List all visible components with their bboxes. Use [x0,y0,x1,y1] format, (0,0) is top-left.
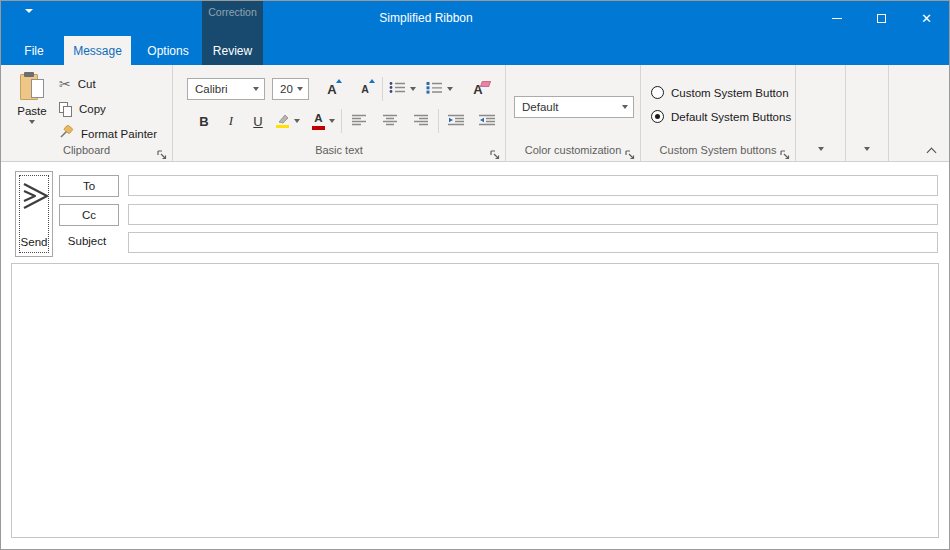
chevron-down-icon [818,147,824,151]
custom-system-buttons-group-label: Custom System buttons [641,144,795,159]
close-button[interactable]: ✕ [904,1,949,36]
customize-quick-access-toolbar-icon[interactable] [25,13,37,31]
ribbon-tab-bar: File Message Options [1,36,949,65]
paste-label: Paste [17,105,46,117]
increase-indent-button[interactable] [476,109,498,133]
ribbon-right-area [889,65,949,161]
color-theme-combobox[interactable]: Default [514,96,634,118]
bold-button[interactable]: B [193,109,215,133]
font-color-button[interactable]: A [312,109,335,133]
titlebar: Simplified Ribbon ✕ [1,1,949,36]
clear-formatting-button[interactable]: A [467,77,489,101]
collapse-ribbon-button[interactable] [928,146,937,155]
collapsed-group-dropdown[interactable] [846,147,888,151]
decrease-indent-button[interactable] [445,109,467,133]
align-right-icon [414,112,429,130]
close-icon: ✕ [921,11,932,26]
font-name-combobox[interactable]: Calibri [187,78,265,100]
copy-icon [59,102,72,117]
chevron-down-icon [410,87,416,91]
cut-button[interactable]: ✂ Cut [59,75,96,93]
font-size-combobox[interactable]: 20 [272,78,309,100]
chevron-down-icon [622,105,628,109]
chevron-down-icon [447,87,453,91]
chevron-down-icon [253,87,259,91]
copy-button[interactable]: Copy [59,100,106,118]
grow-font-button[interactable]: A [321,77,343,101]
to-button[interactable]: To [59,175,119,197]
custom-system-buttons-dialog-launcher[interactable] [780,147,791,158]
tab-options[interactable]: Options [136,36,200,65]
numbering-button[interactable] [426,77,453,101]
window-controls: ✕ [814,1,949,36]
default-system-buttons-radio[interactable]: Default System Buttons [651,110,791,123]
chevron-down-icon [864,147,870,151]
shrink-font-icon: A [361,83,369,96]
subject-input[interactable] [128,232,938,253]
correction-overlay: Correction Review [202,1,263,65]
format-painter-button[interactable]: Format Painter [59,125,157,143]
collapsed-group [846,65,889,161]
collapsed-group [796,65,846,161]
chevron-down-icon [297,87,303,91]
maximize-button[interactable] [859,1,904,36]
send-button[interactable]: Send [15,171,53,257]
collapsed-group-dropdown[interactable] [796,147,845,151]
custom-system-button-radio[interactable]: Custom System Button [651,86,789,99]
highlighter-icon [275,114,290,129]
align-right-button[interactable] [410,109,432,133]
minimize-button[interactable] [814,1,859,36]
bullet-list-icon [389,80,406,98]
minimize-icon [832,18,842,19]
decrease-indent-icon [448,112,465,130]
grow-font-icon: A [327,83,336,96]
tab-review[interactable]: Review [202,44,263,58]
color-customization-group-label: Color customization [506,144,640,159]
cc-button[interactable]: Cc [59,204,119,226]
paste-button[interactable]: Paste [9,73,55,143]
chevron-down-icon [329,119,335,123]
cut-icon: ✂ [59,77,71,91]
align-left-button[interactable] [348,109,370,133]
font-color-icon: A [312,112,325,130]
clipboard-group-label: Clipboard [1,144,172,159]
paste-dropdown-icon [29,120,35,124]
compose-header: Send To Cc Subject [1,163,949,263]
message-body-input[interactable] [11,263,939,538]
chevron-down-icon [294,119,300,123]
radio-checked-icon [651,110,664,123]
basic-text-group-label: Basic text [173,144,505,159]
underline-button[interactable]: U [247,109,269,133]
align-center-button[interactable] [379,109,401,133]
text-highlight-button[interactable] [275,109,300,133]
ribbon: Paste ✂ Cut Copy Format Painter Clipboar… [1,65,949,162]
color-customization-dialog-launcher[interactable] [625,147,636,158]
correction-label: Correction [202,6,263,18]
custom-system-buttons-group: Custom System Button Default System Butt… [641,65,796,161]
align-center-icon [383,112,398,130]
italic-button[interactable]: I [220,109,242,133]
window-title: Simplified Ribbon [331,1,521,36]
subject-label: Subject [56,235,118,247]
chevron-up-icon [927,148,937,158]
cc-input[interactable] [128,204,938,225]
format-painter-icon [59,125,74,143]
paste-icon [20,73,44,101]
maximize-icon [877,14,886,23]
clipboard-dialog-launcher[interactable] [157,147,168,158]
tab-message[interactable]: Message [64,36,131,65]
numbered-list-icon [426,80,443,98]
bullets-button[interactable] [389,77,416,101]
shrink-font-button[interactable]: A [354,77,376,101]
radio-unchecked-icon [651,86,664,99]
send-icon [21,182,49,216]
basic-text-group: Calibri 20 A A [173,65,506,161]
color-customization-group: Default Color customization [506,65,641,161]
align-left-icon [352,112,367,130]
mail-compose-window: Simplified Ribbon ✕ File Message Options… [0,0,950,550]
increase-indent-icon [479,112,496,130]
to-input[interactable] [128,175,938,196]
clipboard-group: Paste ✂ Cut Copy Format Painter Clipboar… [1,65,173,161]
basic-text-dialog-launcher[interactable] [490,147,501,158]
tab-file[interactable]: File [11,36,57,65]
